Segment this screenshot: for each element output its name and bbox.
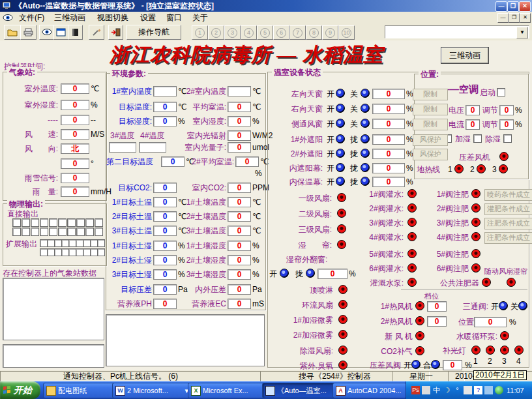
condition-button[interactable]: 注肥条件成立	[484, 232, 532, 244]
degree-icon[interactable]: °	[453, 386, 462, 394]
env-value[interactable]: 0	[235, 156, 259, 167]
menu-item-1[interactable]: 三维动画	[51, 12, 89, 23]
weather-row-value[interactable]: 0	[61, 158, 89, 169]
open-button[interactable]	[4, 25, 21, 40]
direct-output-checkbox[interactable]	[67, 228, 76, 236]
aircon-humid-checkbox[interactable]	[473, 134, 482, 143]
env-value[interactable]: 0	[153, 183, 177, 193]
env-value[interactable]: 0	[161, 156, 185, 167]
env-value[interactable]: 0	[228, 299, 251, 309]
menu-item-0[interactable]: 文件(F)	[16, 12, 48, 23]
preset-button-3[interactable]: 3	[224, 25, 241, 40]
env-value[interactable]	[153, 86, 177, 96]
menu-item-5[interactable]: 关于	[189, 12, 211, 23]
aircon-meter-value[interactable]: 0	[466, 119, 480, 130]
maximize-button[interactable]: ❐	[507, 1, 519, 12]
env-value[interactable]: 0	[228, 211, 251, 222]
direct-output-checkbox[interactable]	[40, 218, 48, 227]
ext-output-checkbox[interactable]	[97, 239, 105, 247]
taskbar-task-2[interactable]: XMicrosoft Ex...	[188, 383, 266, 398]
direct-output-checkbox[interactable]	[49, 218, 57, 227]
env-value[interactable]: 0	[228, 130, 251, 141]
dropdown-arrow-icon[interactable]: ▼	[516, 27, 528, 38]
pvalve-position-value[interactable]: 0	[443, 360, 462, 370]
condition-button[interactable]: 注肥条件成立	[484, 218, 532, 229]
preset-button-2[interactable]: 2	[208, 25, 224, 40]
direct-output-checkbox[interactable]	[95, 218, 103, 227]
weather-row-value[interactable]: 0	[61, 129, 89, 140]
view-button[interactable]	[39, 25, 54, 40]
preset-button-4[interactable]: 4	[241, 25, 257, 40]
message-listbox[interactable]	[3, 344, 104, 368]
env-value[interactable]: 0	[228, 116, 251, 126]
limit-button[interactable]: 限制	[413, 104, 448, 115]
limit-button[interactable]: 风保护	[413, 134, 448, 146]
direct-output-checkbox[interactable]	[58, 228, 66, 236]
direct-output-checkbox[interactable]	[31, 218, 39, 227]
menu-item-4[interactable]: 窗口	[163, 12, 185, 23]
anim-3d-button[interactable]: 三维动画	[441, 47, 489, 64]
preset-button-5[interactable]: 5	[257, 25, 273, 40]
env-value[interactable]: 0	[153, 241, 177, 251]
ext-output-checkbox[interactable]	[97, 248, 105, 256]
menu-item-3[interactable]: 设置	[137, 12, 159, 23]
direct-output-checkbox[interactable]	[31, 228, 39, 236]
preset-button-8[interactable]: 8	[306, 25, 322, 40]
mdi-restore-button[interactable]: ❐	[509, 13, 520, 23]
direct-output-checkbox[interactable]	[76, 218, 85, 227]
env-value[interactable]: 0	[228, 284, 251, 295]
aircon-adjust-value[interactable]: 0	[499, 119, 514, 130]
condition-button[interactable]: 灌肥条件成立	[484, 203, 532, 215]
shutter-position-value[interactable]: 0	[372, 104, 405, 114]
menu-item-2[interactable]: 视图切换	[94, 12, 132, 23]
weather-row-value[interactable]: 0	[61, 186, 89, 197]
close-button[interactable]: ✕	[519, 1, 531, 12]
preset-button-9[interactable]: 9	[322, 25, 338, 40]
ps-icon[interactable]: Ps	[411, 386, 420, 394]
form-button[interactable]	[53, 25, 68, 40]
env-value[interactable]	[228, 86, 251, 96]
nav-button[interactable]: 操作导航	[126, 25, 181, 40]
shutter-position-value[interactable]: 0	[372, 89, 405, 99]
preset-button-6[interactable]: 6	[273, 25, 289, 40]
direct-output-checkbox[interactable]	[85, 228, 94, 236]
direct-output-checkbox[interactable]	[85, 218, 94, 227]
env-value[interactable]: 0	[228, 255, 251, 265]
network-icon[interactable]	[484, 386, 493, 394]
weather-row-value[interactable]: 北	[61, 143, 89, 154]
aircon-dehumid-checkbox[interactable]	[503, 134, 512, 143]
env-value[interactable]: 0	[153, 102, 177, 112]
help-icon[interactable]: ?	[474, 386, 482, 394]
log-button[interactable]	[68, 25, 83, 40]
preset-button-10[interactable]: 10	[338, 25, 355, 40]
env-value[interactable]: 0	[228, 102, 251, 112]
limit-button[interactable]: 风保护	[413, 149, 448, 160]
preset-button-7[interactable]: 7	[289, 25, 306, 40]
env-value[interactable]: 0	[153, 255, 177, 265]
weather-row-value[interactable]: 0	[61, 173, 89, 183]
aircon-adjust-value[interactable]: 0	[499, 105, 514, 115]
moon-icon[interactable]: ☽	[443, 386, 451, 394]
printer-icon[interactable]	[464, 386, 472, 394]
direct-output-checkbox[interactable]	[22, 228, 30, 236]
start-button[interactable]: 开始	[0, 381, 40, 399]
env-listbox[interactable]	[106, 314, 265, 366]
heater-gear-value[interactable]: 0	[427, 316, 447, 327]
direct-output-checkbox[interactable]	[95, 228, 103, 236]
limit-button[interactable]: 限制	[413, 119, 448, 130]
direct-output-checkbox[interactable]	[67, 218, 76, 227]
direct-output-checkbox[interactable]	[12, 218, 21, 227]
weather-row-value[interactable]: 0	[61, 100, 89, 110]
direct-output-checkbox[interactable]	[12, 228, 21, 236]
direct-output-checkbox[interactable]	[49, 228, 57, 236]
minimize-button[interactable]: —	[495, 1, 507, 12]
env-value[interactable]: 0	[228, 226, 251, 236]
draw-button[interactable]	[89, 25, 104, 40]
aircon-meter-value[interactable]: 0	[466, 105, 480, 115]
aircon-start-checkbox[interactable]	[497, 88, 505, 96]
taskbar-task-4[interactable]: AAutoCAD 2004...	[332, 383, 407, 398]
controller-combobox[interactable]: ▼	[385, 25, 529, 38]
taskbar-task-3[interactable]: 《Auto—温室...	[262, 383, 336, 398]
print-button[interactable]	[20, 25, 37, 40]
shutter-position-value[interactable]: 0	[372, 134, 405, 145]
